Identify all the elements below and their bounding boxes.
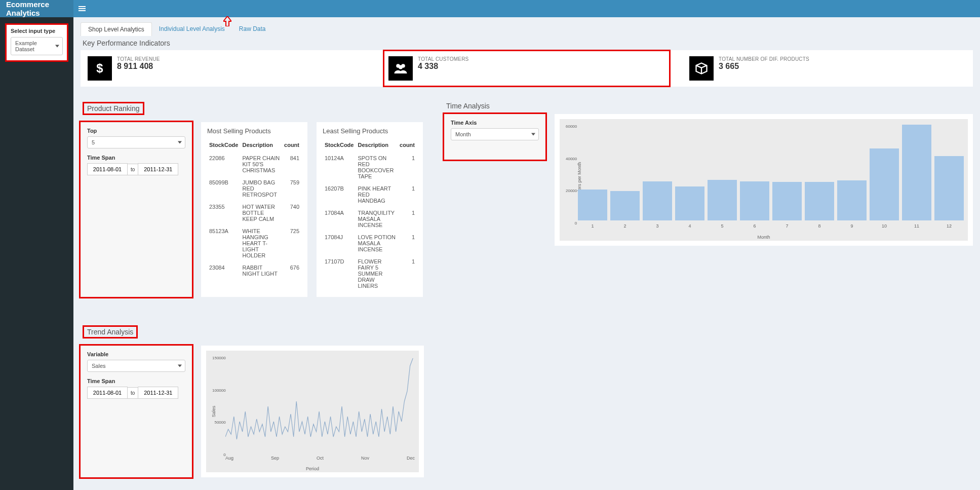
ranking-to-input[interactable]: [138, 163, 178, 175]
timespan-label: Time Span: [87, 155, 185, 161]
table-row: 17084ATRANQUILITY MASALA INCENSE1: [323, 207, 417, 231]
bar-xlabel: Month: [757, 235, 770, 240]
sidebar: Select input type Example Dataset: [0, 17, 73, 490]
to-label: to: [128, 164, 138, 175]
kpi-row: $ TOTAL REVENUE 8 911 408 TOTAL CUSTOMER…: [81, 50, 973, 87]
tab-individual-level[interactable]: Individual Level Analysis: [152, 22, 232, 36]
bar: [643, 181, 672, 220]
kpi-revenue-title: TOTAL REVENUE: [117, 56, 160, 62]
kpi-customers: TOTAL CUSTOMERS 4 338: [386, 53, 667, 84]
tab-raw-data[interactable]: Raw Data: [232, 22, 273, 36]
kpi-section-title: Key Performance Indicators: [83, 39, 973, 47]
svg-point-3: [399, 65, 403, 69]
users-icon: [388, 56, 413, 81]
time-axis-controls: Time Axis Month: [444, 114, 545, 160]
content: Shop Level Analytics Individual Level An…: [73, 17, 980, 490]
time-axis-label: Time Axis: [451, 120, 539, 126]
app-brand: Ecommerce Analytics: [0, 0, 73, 17]
bar: [740, 181, 769, 220]
bar: [578, 190, 607, 220]
trend-controls: Variable Sales Time Span to: [81, 346, 192, 477]
bar: [837, 180, 867, 220]
bar: [675, 186, 704, 220]
variable-value: Sales: [92, 363, 106, 369]
input-type-panel: Select input type Example Dataset: [5, 23, 68, 62]
bar: [772, 182, 802, 220]
table-row: 85099BJUMBO BAG RED RETROSPOT759: [207, 176, 301, 201]
bar: [805, 182, 834, 220]
bar: [934, 156, 964, 220]
line-yticks: 150000100000500000: [212, 356, 226, 457]
product-ranking-title: Product Ranking: [83, 102, 144, 115]
input-type-label: Select input type: [11, 28, 63, 34]
kpi-revenue: $ TOTAL REVENUE 8 911 408: [86, 53, 366, 84]
variable-label: Variable: [87, 351, 185, 357]
table-row: 17084JLOVE POTION MASALA INCENSE1: [323, 231, 417, 255]
product-ranking-controls: Top 5 Time Span to: [81, 122, 192, 297]
tabs: Shop Level Analytics Individual Level An…: [81, 22, 973, 36]
col-count: count: [282, 139, 301, 152]
kpi-products-value: 3 665: [719, 62, 809, 71]
kpi-revenue-value: 8 911 408: [117, 62, 160, 71]
time-axis-select[interactable]: Month: [451, 128, 539, 140]
most-selling-card: Most Selling Products StockCode Descript…: [201, 122, 307, 297]
trend-to-input[interactable]: [138, 387, 178, 399]
bar: [902, 125, 931, 220]
top-label: Top: [87, 128, 185, 134]
least-selling-table: StockCode Description count 10124ASPOTS …: [323, 139, 417, 292]
trend-timespan-label: Time Span: [87, 378, 185, 384]
least-selling-card: Least Selling Products StockCode Descrip…: [317, 122, 423, 297]
table-row: 10124ASPOTS ON RED BOOKCOVER TAPE1: [323, 152, 417, 182]
chevron-down-icon: [55, 45, 59, 48]
bar: [708, 180, 737, 220]
kpi-products-title: TOTAL NUMBER OF DIF. PRODUCTS: [719, 56, 809, 62]
col-stockcode: StockCode: [323, 139, 356, 152]
trend-from-input[interactable]: [87, 387, 128, 399]
table-row: 17107DFLOWER FAIRY 5 SUMMER DRAW LINERS1: [323, 255, 417, 292]
input-type-value: Example Dataset: [15, 40, 37, 52]
table-row: 23355HOT WATER BOTTLE KEEP CALM740: [207, 201, 301, 225]
chevron-down-icon: [178, 365, 182, 367]
top-select[interactable]: 5: [87, 136, 185, 148]
tab-shop-level[interactable]: Shop Level Analytics: [81, 22, 152, 36]
least-selling-title: Least Selling Products: [323, 127, 417, 135]
bar: [610, 191, 640, 220]
svg-text:$: $: [96, 62, 103, 75]
table-row: 85123AWHITE HANGING HEART T-LIGHT HOLDER…: [207, 225, 301, 261]
chevron-down-icon: [531, 133, 535, 136]
dollar-icon: $: [88, 56, 112, 81]
kpi-products: TOTAL NUMBER OF DIF. PRODUCTS 3 665: [687, 53, 968, 84]
topbar: Ecommerce Analytics: [0, 0, 980, 17]
table-row: 23084RABBIT NIGHT LIGHT676: [207, 261, 301, 280]
col-count: count: [398, 139, 417, 152]
line-xlabel: Period: [306, 466, 319, 471]
variable-select[interactable]: Sales: [87, 360, 185, 372]
arrow-up-icon: [223, 16, 231, 29]
kpi-customers-title: TOTAL CUSTOMERS: [418, 56, 468, 62]
col-stockcode: StockCode: [207, 139, 240, 152]
bar-yticks: 6000040000200000: [566, 124, 577, 225]
hamburger-icon[interactable]: [73, 0, 91, 17]
trend-analysis-title: Trend Analysis: [83, 325, 138, 338]
col-description: Description: [240, 139, 282, 152]
to-label: to: [128, 387, 138, 399]
chevron-down-icon: [178, 141, 182, 144]
orders-per-month-chart: Orders per Month 6000040000200000 123456…: [555, 114, 973, 246]
kpi-customers-value: 4 338: [418, 62, 468, 71]
col-description: Description: [356, 139, 398, 152]
top-value: 5: [92, 139, 95, 145]
table-row: 22086PAPER CHAIN KIT 50'S CHRISTMAS841: [207, 152, 301, 176]
sales-trend-chart: Sales 150000100000500000 Aug Sep Oct Nov…: [201, 346, 424, 477]
time-axis-value: Month: [455, 131, 471, 137]
most-selling-title: Most Selling Products: [207, 127, 301, 135]
table-row: 16207BPINK HEART RED HANDBAG1: [323, 182, 417, 207]
bar: [870, 148, 899, 220]
input-type-select[interactable]: Example Dataset: [11, 37, 63, 55]
line-xticks: Aug Sep Oct Nov Dec: [225, 456, 415, 461]
time-analysis-title: Time Analysis: [446, 102, 973, 110]
trend-daterange: to: [87, 387, 185, 399]
product-ranking-daterange: to: [87, 163, 185, 175]
box-icon: [689, 56, 714, 81]
ranking-from-input[interactable]: [87, 163, 128, 175]
most-selling-table: StockCode Description count 22086PAPER C…: [207, 139, 301, 280]
